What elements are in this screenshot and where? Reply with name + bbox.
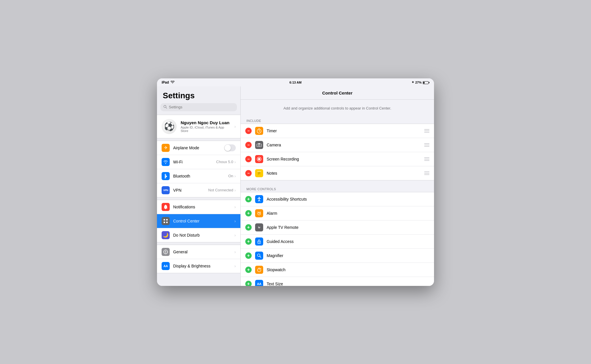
detail-description: Add and organize additional controls to …: [241, 100, 434, 117]
search-box[interactable]: [160, 103, 237, 111]
screen-recording-drag-handle[interactable]: [424, 157, 429, 161]
wifi-settings-icon: [162, 158, 170, 166]
display-brightness-label: Display & Brightness: [173, 264, 234, 268]
notes-drag-handle[interactable]: [424, 171, 429, 175]
control-row-magnifier[interactable]: + Magnifier: [241, 249, 434, 263]
magnifier-label: Magnifier: [267, 253, 429, 258]
dnd-chevron: ›: [234, 233, 236, 237]
guided-access-label: Guided Access: [267, 239, 429, 244]
sidebar-item-general[interactable]: General ›: [157, 245, 240, 259]
display-brightness-icon: AA: [162, 262, 170, 270]
vpn-value: Not Connected: [208, 188, 233, 192]
svg-line-35: [258, 212, 258, 212]
avatar: ⚽: [162, 119, 177, 134]
bluetooth-value: On: [228, 174, 233, 178]
apple-tv-label: Apple TV Remote: [267, 225, 429, 230]
alarm-icon: [255, 209, 263, 217]
sidebar-item-control-center[interactable]: Control Center ›: [157, 214, 240, 228]
svg-point-18: [258, 144, 260, 146]
camera-drag-handle[interactable]: [424, 143, 429, 147]
sidebar-item-wifi[interactable]: Wi-Fi Choux 5.0 ›: [157, 155, 240, 169]
include-control-list: − Timer: [241, 124, 434, 180]
control-row-stopwatch[interactable]: + Stopwatch: [241, 263, 434, 277]
more-controls-list: + Accessibility Shortcuts +: [241, 192, 434, 286]
remove-camera-button[interactable]: −: [245, 142, 252, 148]
screen-recording-label: Screen Recording: [267, 157, 424, 161]
svg-rect-6: [166, 222, 168, 223]
control-row-apple-tv[interactable]: + tv Apple TV Remote: [241, 220, 434, 235]
control-row-alarm[interactable]: + Alarm: [241, 206, 434, 220]
display-chevron: ›: [234, 264, 236, 268]
add-accessibility-button[interactable]: +: [245, 196, 252, 202]
magnifier-icon: [255, 252, 263, 260]
status-bar: iPad 6:13 AM ✦ 27%: [157, 78, 434, 86]
control-row-guided-access[interactable]: + Guided Access: [241, 235, 434, 249]
svg-line-31: [259, 200, 260, 201]
timer-drag-handle[interactable]: [424, 129, 429, 133]
airplane-mode-label: Airplane Mode: [173, 146, 224, 150]
sidebar-item-notifications[interactable]: Notifications ›: [157, 200, 240, 214]
airplane-mode-toggle[interactable]: [224, 144, 236, 151]
battery-icon: [423, 81, 429, 84]
status-time: 6:13 AM: [289, 81, 302, 84]
add-alarm-button[interactable]: +: [245, 210, 252, 216]
svg-rect-5: [164, 222, 165, 223]
system-settings-group: General › AA Display & Brightness ›: [157, 245, 240, 273]
profile-name: Nguyen Ngoc Duy Luan: [181, 120, 230, 125]
control-row-accessibility[interactable]: + Accessibility Shortcuts: [241, 192, 434, 206]
stopwatch-label: Stopwatch: [267, 267, 429, 272]
svg-line-1: [166, 107, 167, 108]
timer-icon: [255, 127, 263, 135]
wifi-value: Choux 5.0: [216, 160, 233, 164]
remove-screen-recording-button[interactable]: −: [245, 156, 252, 162]
control-row-screen-recording[interactable]: − Screen Recording: [241, 152, 434, 166]
add-guided-access-button[interactable]: +: [245, 238, 252, 245]
wifi-icon: [171, 80, 175, 84]
sidebar-item-vpn[interactable]: VPN VPN Not Connected ›: [157, 183, 240, 197]
add-text-size-button[interactable]: +: [245, 281, 252, 286]
notifications-chevron: ›: [234, 205, 236, 209]
timer-label: Timer: [267, 129, 424, 133]
add-stopwatch-button[interactable]: +: [245, 267, 252, 273]
guided-access-icon: [255, 237, 263, 246]
control-row-text-size[interactable]: + AA Text Size: [241, 277, 434, 286]
text-size-icon: AA: [255, 280, 263, 286]
svg-point-8: [165, 251, 166, 252]
text-size-label: Text Size: [267, 282, 429, 286]
control-row-camera[interactable]: − Camera: [241, 138, 434, 152]
svg-rect-19: [258, 143, 260, 144]
add-magnifier-button[interactable]: +: [245, 252, 252, 259]
accessibility-icon: [255, 195, 263, 203]
camera-label: Camera: [267, 143, 424, 147]
ipad-frame: iPad 6:13 AM ✦ 27%: [157, 78, 434, 286]
notifications-label: Notifications: [173, 205, 234, 209]
control-row-notes[interactable]: − Notes: [241, 166, 434, 180]
control-row-timer[interactable]: − Timer: [241, 124, 434, 138]
do-not-disturb-icon: 🌙: [162, 231, 170, 239]
battery-percent: 27%: [415, 81, 422, 84]
profile-section[interactable]: ⚽ Nguyen Ngoc Duy Luan Apple ID, iCloud,…: [157, 115, 240, 138]
wifi-chevron: ›: [234, 160, 236, 164]
svg-rect-4: [166, 219, 168, 220]
include-section-header: INCLUDE: [241, 117, 434, 124]
sidebar-item-airplane-mode[interactable]: ✈ Airplane Mode: [157, 141, 240, 155]
svg-line-44: [261, 268, 261, 269]
sidebar-item-display-brightness[interactable]: AA Display & Brightness ›: [157, 259, 240, 273]
svg-point-21: [258, 158, 260, 160]
search-icon: [163, 105, 167, 110]
profile-chevron: ›: [234, 124, 236, 129]
profile-info: Nguyen Ngoc Duy Luan Apple ID, iCloud, i…: [181, 120, 230, 133]
svg-point-38: [259, 242, 260, 243]
search-input[interactable]: [169, 105, 234, 109]
general-label: General: [173, 250, 234, 254]
sidebar: Settings ⚽ Nguyen Ngoc Duy Luan Apple ID…: [157, 86, 241, 286]
control-center-icon: [162, 217, 170, 225]
sidebar-item-bluetooth[interactable]: Bluetooth On ›: [157, 169, 240, 183]
sidebar-item-do-not-disturb[interactable]: 🌙 Do Not Disturb ›: [157, 228, 240, 242]
remove-notes-button[interactable]: −: [245, 170, 252, 176]
add-apple-tv-button[interactable]: +: [245, 224, 252, 231]
svg-rect-3: [164, 219, 165, 220]
bluetooth-icon: [162, 172, 170, 180]
remove-timer-button[interactable]: −: [245, 128, 252, 134]
notes-icon: [255, 169, 263, 177]
